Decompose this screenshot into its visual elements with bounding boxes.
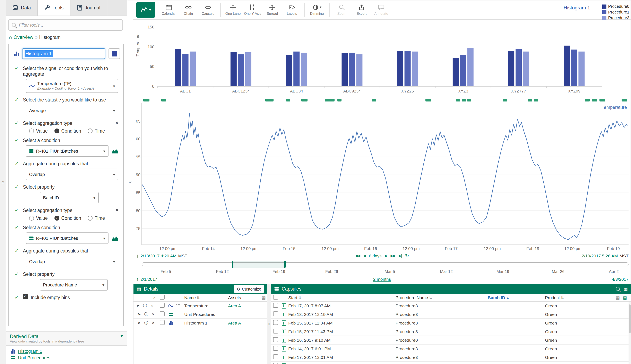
pin-icon[interactable]: ➤ (136, 320, 142, 326)
capsule-row[interactable]: Feb 14, 2017 6:01 PM Procedure3 Green (271, 344, 631, 353)
capsule-marker[interactable] (301, 99, 308, 102)
step-to-end-button[interactable]: ▶| (399, 254, 402, 258)
row-checkbox[interactable] (273, 363, 278, 364)
toolbar-one-lane-button[interactable]: One Lane (224, 1, 242, 18)
trend-chart[interactable]: 7580859095100105 (136, 102, 631, 246)
zoom-to-capsule-icon[interactable] (616, 287, 620, 291)
toolbar-labels-button[interactable]: Labels (283, 1, 301, 18)
condition-dropdown[interactable]: R-401 PIUnitBatches ▾ (26, 232, 109, 244)
panel-splitter[interactable]: ‖ (267, 284, 271, 364)
capsule-marker[interactable] (534, 99, 538, 102)
tab-journal[interactable]: Journal (71, 0, 107, 16)
capsule-row[interactable]: Feb 13, 2017 4:22 PM Procedure0 Green (271, 362, 631, 364)
overview-end[interactable]: 4/3/2017 (612, 277, 628, 282)
close-icon[interactable]: × (116, 207, 118, 213)
legend-item[interactable]: Procedure0 (602, 4, 629, 8)
tab-tools[interactable]: Tools (38, 0, 71, 16)
overview-slider-track[interactable] (142, 262, 628, 266)
row-checkbox[interactable] (273, 337, 278, 342)
row-checkbox[interactable] (273, 312, 278, 316)
step-back-button[interactable]: ◀ (363, 254, 366, 258)
toolbar-dimming-button[interactable]: ▾ Dimming (308, 1, 326, 18)
capsules-scrollbar[interactable] (628, 302, 631, 364)
customize-button[interactable]: ⚙ Customize (234, 285, 264, 293)
capsules-col-product[interactable]: Product (545, 295, 560, 300)
add-column-icon[interactable]: ▦ (623, 295, 627, 300)
capsule-marker[interactable] (265, 99, 274, 102)
remove-all-icon[interactable]: × (152, 295, 157, 300)
derived-data-header[interactable]: Derived Data ▾ (6, 331, 127, 339)
display-range-end[interactable]: 2/19/2017 5:26 AM (582, 253, 618, 258)
step-back-fast-button[interactable]: ◀◀ (355, 254, 360, 258)
sort-icon[interactable]: ⇅ (298, 296, 301, 300)
sort-icon[interactable]: ⇅ (429, 296, 432, 300)
signal-dropdown[interactable]: Temperature (°F) Example » Cooling Tower… (26, 79, 118, 93)
legend-item[interactable]: Procedure3 (602, 16, 629, 20)
area-chart-icon[interactable] (112, 236, 118, 241)
collapse-left-handle[interactable]: « (0, 0, 6, 364)
tool-name-input[interactable]: Histogram 1 (22, 48, 105, 59)
filter-tools-input[interactable]: Filter tools... (8, 19, 123, 31)
capsule-row[interactable]: Feb 15, 2017 11:34 AM Procedure3 Green (271, 319, 631, 327)
details-row-unit-procedures[interactable]: ✎ ➤ ⓘ × Unit Procedures (134, 310, 267, 319)
radio-time[interactable]: Time (88, 128, 105, 134)
capsule-marker[interactable] (503, 99, 507, 102)
pin-icon[interactable]: ➤ (136, 312, 142, 317)
asset-link[interactable]: Area A (228, 320, 241, 325)
refresh-icon[interactable]: ↻ (405, 253, 409, 258)
timezone-label[interactable]: MST (619, 253, 628, 258)
columns-icon[interactable]: ▦ (616, 295, 620, 300)
capsule-marker[interactable] (592, 99, 597, 102)
capsule-marker[interactable] (337, 99, 341, 102)
toolbar-capsule-button[interactable]: Capsule (199, 1, 217, 18)
capsule-marker[interactable] (456, 99, 460, 102)
sort-asc-icon[interactable]: ▲ (506, 296, 510, 300)
info-icon[interactable]: ⓘ (142, 303, 148, 308)
row-name[interactable]: Histogram 1 (183, 320, 227, 325)
capsule-row[interactable]: Feb 17, 2017 12:01 AM Procedure3 Green (271, 353, 631, 362)
color-swatch-button[interactable] (109, 48, 120, 59)
row-checkbox[interactable] (160, 320, 165, 325)
capsules-col-start[interactable]: Start (288, 295, 297, 300)
step-forward-button[interactable]: ▶ (385, 254, 387, 258)
tab-data[interactable]: Data (6, 0, 38, 16)
info-icon[interactable]: ⓘ (143, 312, 149, 317)
toolbar-export-button[interactable]: Export (352, 1, 371, 18)
property-select[interactable]: BatchID ▾ (40, 192, 99, 204)
condition-dropdown[interactable]: R-401 PIUnitBatches ▾ (26, 145, 109, 157)
details-col-name[interactable]: Name (184, 295, 196, 300)
capsule-marker[interactable] (161, 99, 166, 102)
remove-icon[interactable]: × (149, 303, 155, 308)
edit-icon[interactable]: ✎ (133, 320, 135, 326)
toolbar-chain-button[interactable]: Chain (179, 1, 198, 18)
capsule-marker[interactable] (143, 99, 150, 102)
capsule-marker[interactable] (425, 99, 431, 102)
row-checkbox[interactable] (160, 312, 165, 316)
area-chart-icon[interactable] (112, 148, 118, 154)
toolbar-spread-button[interactable]: Spread (263, 1, 282, 18)
during-dropdown[interactable]: Overlap ▾ (26, 168, 118, 180)
breadcrumb-overview-link[interactable]: Overview (14, 35, 33, 40)
pin-icon[interactable]: ➤ (135, 303, 141, 308)
capsule-row[interactable]: Feb 18, 2017 12:19 AM Procedure3 Green (271, 310, 631, 319)
capsule-marker[interactable] (585, 99, 590, 102)
during-dropdown[interactable]: Overlap ▾ (26, 256, 118, 267)
capsule-marker[interactable] (286, 99, 290, 102)
capsule-marker[interactable] (325, 99, 335, 102)
row-checkbox[interactable] (273, 303, 278, 308)
capsule-marker[interactable] (599, 99, 605, 102)
histogram-title[interactable]: Histogram 1 (564, 5, 590, 11)
overview-duration[interactable]: 2 months (373, 277, 391, 282)
radio-value[interactable]: Value (29, 128, 48, 134)
row-checkbox[interactable] (273, 328, 278, 334)
collapse-main-handle[interactable]: « (127, 0, 133, 364)
remove-icon[interactable]: × (150, 320, 156, 326)
overview-slider-window[interactable] (232, 261, 286, 268)
radio-condition[interactable]: Condition (54, 216, 81, 220)
legend-item[interactable]: Procedure1 (602, 10, 629, 14)
panel-layout-icon[interactable]: ▦ (624, 287, 628, 291)
details-row-temperature[interactable]: ➤ ⓘ × °F Temperature Area A (134, 302, 267, 310)
details-row-histogram[interactable]: ✎ ➤ ⓘ × Histogram 1 Area A (134, 319, 267, 327)
step-forward-fast-button[interactable]: ▶▶ (390, 254, 395, 258)
capsules-col-procedure[interactable]: Procedure Name (396, 295, 428, 300)
